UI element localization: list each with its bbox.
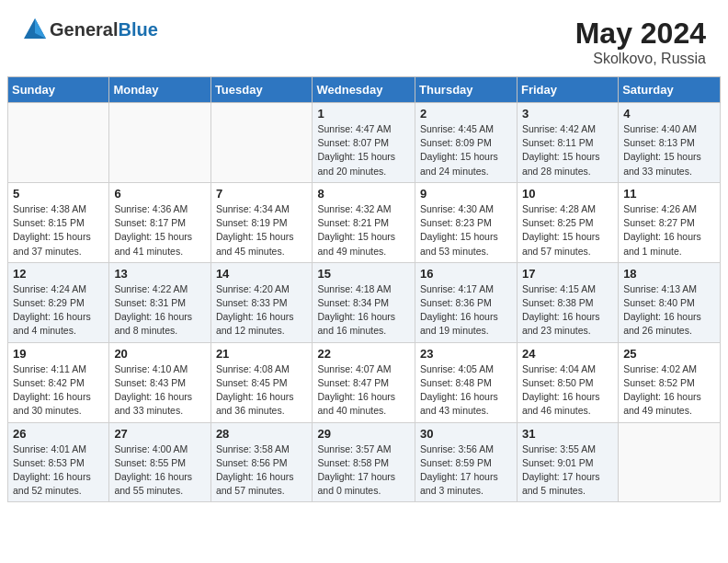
day-number: 25 [623,347,715,361]
col-thursday: Thursday [415,77,518,103]
table-row [8,103,109,183]
calendar-week-row: 26Sunrise: 4:01 AMSunset: 8:53 PMDayligh… [8,422,721,502]
day-info: Sunrise: 4:04 AMSunset: 8:50 PMDaylight:… [522,362,613,419]
col-tuesday: Tuesday [210,77,313,103]
header-row: Sunday Monday Tuesday Wednesday Thursday… [8,77,721,103]
table-row: 14Sunrise: 4:20 AMSunset: 8:33 PMDayligh… [210,262,313,342]
day-info: Sunrise: 3:55 AMSunset: 9:01 PMDaylight:… [522,442,613,499]
page-header: GeneralBlue May 2024 Skolkovo, Russia [0,0,728,76]
table-row: 28Sunrise: 3:58 AMSunset: 8:56 PMDayligh… [210,422,313,502]
location-subtitle: Skolkovo, Russia [575,51,706,67]
logo: GeneralBlue [22,17,158,42]
day-number: 21 [216,347,308,361]
day-number: 10 [522,187,613,201]
day-number: 11 [623,187,715,201]
day-number: 20 [114,347,205,361]
day-info: Sunrise: 4:28 AMSunset: 8:25 PMDaylight:… [522,202,613,259]
calendar-week-row: 1Sunrise: 4:47 AMSunset: 8:07 PMDaylight… [8,103,721,183]
day-number: 6 [114,187,205,201]
table-row: 18Sunrise: 4:13 AMSunset: 8:40 PMDayligh… [619,262,721,342]
page-container: GeneralBlue May 2024 Skolkovo, Russia Su… [0,0,728,510]
calendar-wrapper: Sunday Monday Tuesday Wednesday Thursday… [0,76,728,510]
day-number: 22 [317,347,410,361]
day-number: 8 [317,187,410,201]
day-info: Sunrise: 4:30 AMSunset: 8:23 PMDaylight:… [420,202,512,259]
day-number: 15 [317,267,410,281]
day-info: Sunrise: 4:01 AMSunset: 8:53 PMDaylight:… [13,442,104,499]
col-sunday: Sunday [8,77,109,103]
table-row: 26Sunrise: 4:01 AMSunset: 8:53 PMDayligh… [8,422,109,502]
col-monday: Monday [109,77,210,103]
day-info: Sunrise: 4:11 AMSunset: 8:42 PMDaylight:… [13,362,104,419]
table-row: 27Sunrise: 4:00 AMSunset: 8:55 PMDayligh… [109,422,210,502]
day-number: 2 [420,107,512,121]
table-row: 9Sunrise: 4:30 AMSunset: 8:23 PMDaylight… [415,182,518,262]
table-row: 12Sunrise: 4:24 AMSunset: 8:29 PMDayligh… [8,262,109,342]
month-year-title: May 2024 [575,17,706,51]
table-row: 6Sunrise: 4:36 AMSunset: 8:17 PMDaylight… [109,182,210,262]
table-row: 24Sunrise: 4:04 AMSunset: 8:50 PMDayligh… [517,342,618,422]
table-row: 8Sunrise: 4:32 AMSunset: 8:21 PMDaylight… [313,182,415,262]
table-row: 29Sunrise: 3:57 AMSunset: 8:58 PMDayligh… [313,422,415,502]
day-number: 12 [13,267,104,281]
table-row: 31Sunrise: 3:55 AMSunset: 9:01 PMDayligh… [517,422,618,502]
day-info: Sunrise: 4:36 AMSunset: 8:17 PMDaylight:… [114,202,205,259]
table-row: 13Sunrise: 4:22 AMSunset: 8:31 PMDayligh… [109,262,210,342]
day-number: 24 [522,347,613,361]
day-info: Sunrise: 3:57 AMSunset: 8:58 PMDaylight:… [317,442,410,499]
day-info: Sunrise: 4:15 AMSunset: 8:38 PMDaylight:… [522,282,613,339]
table-row: 25Sunrise: 4:02 AMSunset: 8:52 PMDayligh… [619,342,721,422]
table-row: 20Sunrise: 4:10 AMSunset: 8:43 PMDayligh… [109,342,210,422]
table-row: 4Sunrise: 4:40 AMSunset: 8:13 PMDaylight… [619,103,721,183]
table-row: 11Sunrise: 4:26 AMSunset: 8:27 PMDayligh… [619,182,721,262]
table-row [210,103,313,183]
day-number: 27 [114,427,205,441]
day-info: Sunrise: 4:02 AMSunset: 8:52 PMDaylight:… [623,362,715,419]
table-row: 3Sunrise: 4:42 AMSunset: 8:11 PMDaylight… [517,103,618,183]
col-friday: Friday [517,77,618,103]
day-info: Sunrise: 4:42 AMSunset: 8:11 PMDaylight:… [522,122,613,178]
table-row: 17Sunrise: 4:15 AMSunset: 8:38 PMDayligh… [517,262,618,342]
table-row: 10Sunrise: 4:28 AMSunset: 8:25 PMDayligh… [517,182,618,262]
table-row: 21Sunrise: 4:08 AMSunset: 8:45 PMDayligh… [210,342,313,422]
day-number: 26 [13,427,104,441]
day-info: Sunrise: 4:26 AMSunset: 8:27 PMDaylight:… [623,202,715,259]
day-number: 17 [522,267,613,281]
table-row: 1Sunrise: 4:47 AMSunset: 8:07 PMDaylight… [313,103,415,183]
day-number: 3 [522,107,613,121]
day-info: Sunrise: 4:13 AMSunset: 8:40 PMDaylight:… [623,282,715,339]
day-info: Sunrise: 4:20 AMSunset: 8:33 PMDaylight:… [216,282,308,339]
table-row: 23Sunrise: 4:05 AMSunset: 8:48 PMDayligh… [415,342,518,422]
day-number: 28 [216,427,308,441]
day-number: 31 [522,427,613,441]
day-number: 13 [114,267,205,281]
day-number: 16 [420,267,512,281]
day-number: 1 [317,107,410,121]
col-wednesday: Wednesday [313,77,415,103]
day-number: 29 [317,427,410,441]
day-number: 23 [420,347,512,361]
day-info: Sunrise: 4:05 AMSunset: 8:48 PMDaylight:… [420,362,512,419]
day-number: 30 [420,427,512,441]
table-row: 19Sunrise: 4:11 AMSunset: 8:42 PMDayligh… [8,342,109,422]
day-info: Sunrise: 4:34 AMSunset: 8:19 PMDaylight:… [216,202,308,259]
day-number: 9 [420,187,512,201]
day-info: Sunrise: 4:10 AMSunset: 8:43 PMDaylight:… [114,362,205,419]
day-info: Sunrise: 4:17 AMSunset: 8:36 PMDaylight:… [420,282,512,339]
calendar-header: Sunday Monday Tuesday Wednesday Thursday… [8,77,721,103]
table-row: 30Sunrise: 3:56 AMSunset: 8:59 PMDayligh… [415,422,518,502]
calendar-body: 1Sunrise: 4:47 AMSunset: 8:07 PMDaylight… [8,103,721,502]
day-number: 7 [216,187,308,201]
day-number: 19 [13,347,104,361]
calendar-week-row: 19Sunrise: 4:11 AMSunset: 8:42 PMDayligh… [8,342,721,422]
table-row: 15Sunrise: 4:18 AMSunset: 8:34 PMDayligh… [313,262,415,342]
day-number: 14 [216,267,308,281]
calendar-table: Sunday Monday Tuesday Wednesday Thursday… [7,76,721,502]
calendar-week-row: 5Sunrise: 4:38 AMSunset: 8:15 PMDaylight… [8,182,721,262]
logo-text: GeneralBlue [50,19,158,40]
day-info: Sunrise: 4:40 AMSunset: 8:13 PMDaylight:… [623,122,715,178]
table-row [619,422,721,502]
day-info: Sunrise: 4:32 AMSunset: 8:21 PMDaylight:… [317,202,410,259]
day-info: Sunrise: 4:45 AMSunset: 8:09 PMDaylight:… [420,122,512,178]
day-info: Sunrise: 4:08 AMSunset: 8:45 PMDaylight:… [216,362,308,419]
